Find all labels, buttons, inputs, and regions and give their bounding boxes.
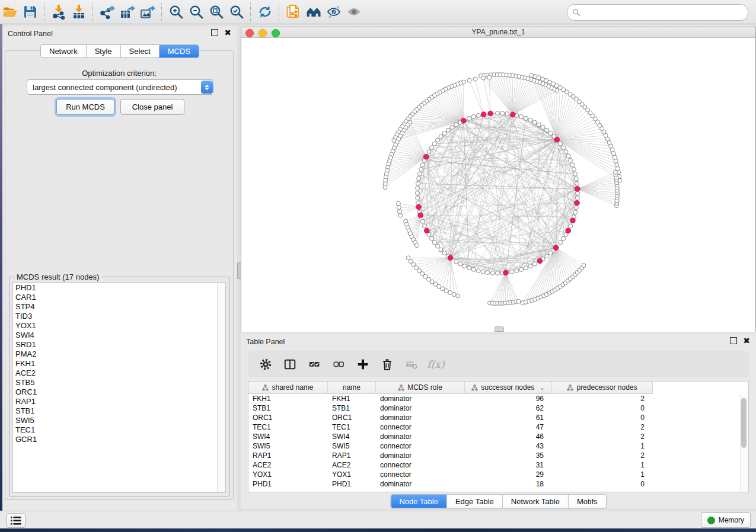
network-node[interactable]: [496, 111, 500, 116]
network-node[interactable]: [537, 123, 541, 127]
table-cell[interactable]: 29: [465, 470, 552, 479]
network-node[interactable]: [486, 271, 490, 275]
network-node[interactable]: [532, 262, 537, 266]
close-panel-icon[interactable]: ✖: [743, 338, 750, 344]
network-node[interactable]: [458, 262, 462, 266]
result-list-scrollbar[interactable]: [217, 283, 225, 492]
network-node[interactable]: [476, 269, 480, 273]
table-cell[interactable]: dominator: [376, 404, 465, 412]
table-cell[interactable]: 1: [552, 442, 653, 450]
delete-table-button[interactable]: [404, 357, 419, 371]
network-node[interactable]: [467, 266, 471, 270]
import-table-button[interactable]: [69, 2, 89, 21]
dominator-node[interactable]: [554, 137, 560, 142]
network-node[interactable]: [524, 116, 528, 120]
tab-motifs[interactable]: Motifs: [569, 495, 606, 508]
table-cell[interactable]: 2: [552, 423, 653, 431]
dominator-node[interactable]: [481, 112, 486, 117]
tab-network[interactable]: Network: [41, 45, 87, 57]
network-node[interactable]: [471, 115, 476, 119]
table-row[interactable]: YOX1YOX1connector291: [248, 470, 748, 479]
table-row[interactable]: ACE2ACE2connector311: [248, 460, 748, 470]
network-node[interactable]: [416, 181, 420, 185]
network-graph[interactable]: [241, 38, 755, 332]
mcds-result-item[interactable]: FKH1: [15, 359, 218, 368]
network-node[interactable]: [490, 271, 495, 275]
network-node[interactable]: [574, 206, 578, 210]
network-node[interactable]: [416, 186, 420, 190]
network-node[interactable]: [519, 267, 524, 271]
network-node[interactable]: [454, 259, 458, 264]
dominator-node[interactable]: [448, 255, 453, 261]
network-node[interactable]: [448, 291, 452, 295]
network-node[interactable]: [505, 112, 509, 116]
network-node[interactable]: [541, 125, 545, 129]
network-node[interactable]: [442, 251, 446, 255]
table-cell[interactable]: connector: [376, 423, 465, 431]
table-cell[interactable]: SWI4: [248, 432, 328, 441]
open-session-button[interactable]: [0, 2, 20, 21]
table-cell[interactable]: connector: [376, 442, 465, 450]
table-cell[interactable]: TEC1: [248, 423, 328, 431]
mcds-result-item[interactable]: SRD1: [15, 340, 218, 350]
horizontal-splitter-handle[interactable]: [495, 326, 504, 332]
window-close-traffic-light[interactable]: [245, 29, 254, 37]
network-node[interactable]: [548, 132, 553, 136]
table-cell[interactable]: PHD1: [248, 480, 328, 488]
network-node[interactable]: [545, 128, 549, 132]
export-network-button[interactable]: [97, 2, 117, 21]
table-row[interactable]: RAP1RAP1dominator352: [248, 451, 748, 460]
mcds-result-list[interactable]: PHD1CAR1STP4TID3YOX1SWI4SRD1PMA2FKH1ACE2…: [12, 282, 226, 493]
network-node[interactable]: [566, 154, 570, 158]
mcds-result-item[interactable]: ACE2: [15, 368, 218, 378]
network-node[interactable]: [450, 125, 454, 129]
network-node[interactable]: [419, 167, 423, 171]
network-node[interactable]: [473, 77, 477, 81]
network-node[interactable]: [510, 270, 514, 274]
add-row-button[interactable]: [356, 357, 370, 371]
table-row[interactable]: SWI5SWI5connector431: [248, 441, 748, 451]
column-header-predecessor-nodes[interactable]: predecessor nodes: [552, 382, 653, 394]
table-cell[interactable]: 1: [552, 470, 653, 479]
network-node[interactable]: [416, 196, 420, 200]
network-node[interactable]: [429, 146, 433, 150]
mcds-result-item[interactable]: TID3: [15, 312, 218, 321]
window-zoom-traffic-light[interactable]: [272, 29, 280, 37]
table-row[interactable]: STB1STB1dominator620: [248, 403, 748, 413]
function-builder-button[interactable]: f(x): [429, 357, 443, 371]
mcds-result-item[interactable]: CAR1: [15, 293, 218, 302]
network-node[interactable]: [398, 213, 403, 217]
network-canvas[interactable]: [241, 38, 755, 332]
table-cell[interactable]: 96: [465, 395, 552, 403]
network-node[interactable]: [528, 264, 532, 268]
network-node[interactable]: [436, 138, 440, 142]
network-node[interactable]: [559, 142, 563, 146]
table-cell[interactable]: YOX1: [248, 470, 328, 479]
table-scrollbar[interactable]: [740, 395, 748, 491]
network-node[interactable]: [516, 299, 521, 303]
network-node[interactable]: [454, 123, 458, 127]
float-panel-icon[interactable]: [730, 337, 737, 344]
table-cell[interactable]: dominator: [376, 480, 465, 488]
network-node[interactable]: [562, 236, 566, 241]
table-cell[interactable]: 2: [552, 432, 653, 441]
table-cell[interactable]: dominator: [376, 451, 465, 460]
node-table[interactable]: shared namenameMCDS rolesuccessor nodes⌄…: [248, 381, 749, 492]
dominator-node[interactable]: [423, 154, 429, 159]
zoom-in-button[interactable]: [166, 2, 186, 21]
network-node[interactable]: [562, 146, 566, 150]
mcds-result-item[interactable]: STB5: [15, 378, 218, 387]
share-document-button[interactable]: [283, 2, 304, 21]
table-cell[interactable]: STB1: [248, 404, 328, 412]
network-node[interactable]: [573, 210, 578, 214]
column-header-successor-nodes[interactable]: successor nodes⌄: [465, 382, 552, 394]
network-node[interactable]: [575, 181, 579, 185]
network-node[interactable]: [396, 201, 400, 206]
mcds-result-item[interactable]: SWI4: [15, 331, 218, 340]
refresh-button[interactable]: [255, 2, 275, 21]
mcds-result-item[interactable]: GCR1: [15, 435, 218, 444]
table-row[interactable]: FKH1FKH1dominator962: [248, 394, 748, 403]
network-node[interactable]: [574, 177, 578, 181]
network-node[interactable]: [481, 270, 485, 274]
network-node[interactable]: [429, 236, 433, 241]
